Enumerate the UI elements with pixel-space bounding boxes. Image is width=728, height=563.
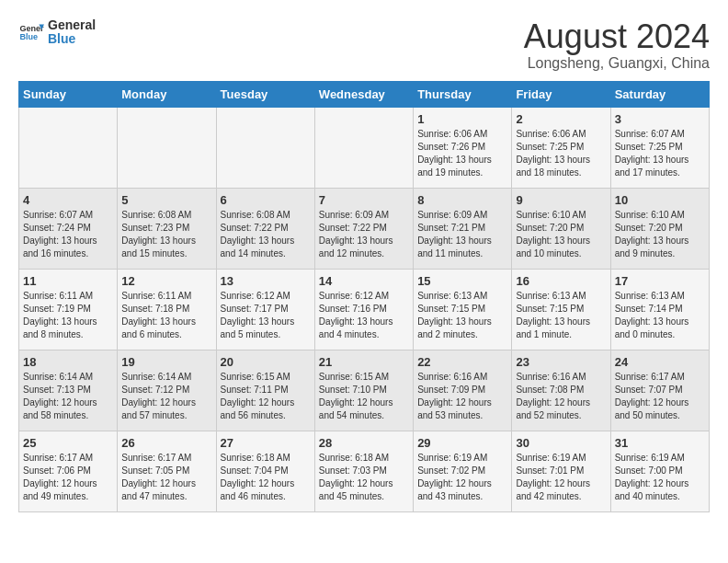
cell-details: Sunrise: 6:10 AM Sunset: 7:20 PM Dayligh…	[516, 209, 606, 260]
day-number: 5	[121, 193, 211, 207]
day-number: 25	[23, 436, 113, 450]
cell-details: Sunrise: 6:07 AM Sunset: 7:25 PM Dayligh…	[615, 128, 705, 179]
cell-details: Sunrise: 6:06 AM Sunset: 7:25 PM Dayligh…	[516, 128, 606, 179]
calendar-cell: 23Sunrise: 6:16 AM Sunset: 7:08 PM Dayli…	[512, 350, 610, 431]
logo-text-blue: Blue	[48, 32, 96, 46]
cell-details: Sunrise: 6:17 AM Sunset: 7:07 PM Dayligh…	[615, 371, 705, 422]
day-number: 3	[615, 112, 705, 126]
calendar-week-row: 4Sunrise: 6:07 AM Sunset: 7:24 PM Daylig…	[19, 188, 710, 269]
cell-details: Sunrise: 6:13 AM Sunset: 7:15 PM Dayligh…	[516, 290, 606, 341]
calendar-cell: 29Sunrise: 6:19 AM Sunset: 7:02 PM Dayli…	[414, 431, 512, 511]
logo-icon: General Blue	[18, 19, 44, 45]
day-number: 7	[319, 193, 409, 207]
day-number: 11	[23, 274, 113, 288]
page-header: General Blue General Blue August 2024 Lo…	[18, 18, 710, 72]
calendar-cell: 1Sunrise: 6:06 AM Sunset: 7:26 PM Daylig…	[414, 107, 512, 188]
day-number: 20	[221, 355, 311, 369]
calendar-cell: 26Sunrise: 6:17 AM Sunset: 7:05 PM Dayli…	[118, 431, 216, 511]
cell-details: Sunrise: 6:15 AM Sunset: 7:11 PM Dayligh…	[221, 371, 311, 422]
cell-details: Sunrise: 6:08 AM Sunset: 7:22 PM Dayligh…	[221, 209, 311, 260]
cell-details: Sunrise: 6:17 AM Sunset: 7:06 PM Dayligh…	[23, 452, 113, 503]
calendar-cell: 24Sunrise: 6:17 AM Sunset: 7:07 PM Dayli…	[610, 350, 709, 431]
calendar-cell: 7Sunrise: 6:09 AM Sunset: 7:22 PM Daylig…	[314, 188, 413, 269]
location-label: Longsheng, Guangxi, China	[524, 55, 710, 72]
day-number: 9	[516, 193, 606, 207]
cell-details: Sunrise: 6:08 AM Sunset: 7:23 PM Dayligh…	[121, 209, 211, 260]
calendar-cell: 4Sunrise: 6:07 AM Sunset: 7:24 PM Daylig…	[19, 188, 118, 269]
calendar-week-row: 1Sunrise: 6:06 AM Sunset: 7:26 PM Daylig…	[19, 107, 710, 188]
cell-details: Sunrise: 6:17 AM Sunset: 7:05 PM Dayligh…	[121, 452, 211, 503]
calendar-cell: 20Sunrise: 6:15 AM Sunset: 7:11 PM Dayli…	[216, 350, 314, 431]
calendar-cell: 31Sunrise: 6:19 AM Sunset: 7:00 PM Dayli…	[610, 431, 709, 511]
cell-details: Sunrise: 6:10 AM Sunset: 7:20 PM Dayligh…	[615, 209, 705, 260]
cell-details: Sunrise: 6:19 AM Sunset: 7:00 PM Dayligh…	[615, 452, 705, 503]
weekday-header-wednesday: Wednesday	[314, 81, 413, 107]
cell-details: Sunrise: 6:12 AM Sunset: 7:16 PM Dayligh…	[319, 290, 409, 341]
title-block: August 2024 Longsheng, Guangxi, China	[524, 18, 710, 72]
calendar-table: SundayMondayTuesdayWednesdayThursdayFrid…	[18, 81, 710, 512]
weekday-header-row: SundayMondayTuesdayWednesdayThursdayFrid…	[19, 81, 710, 107]
day-number: 10	[615, 193, 705, 207]
weekday-header-saturday: Saturday	[610, 81, 709, 107]
calendar-cell	[118, 107, 216, 188]
calendar-cell: 18Sunrise: 6:14 AM Sunset: 7:13 PM Dayli…	[19, 350, 118, 431]
logo-text-general: General	[48, 18, 96, 32]
cell-details: Sunrise: 6:14 AM Sunset: 7:12 PM Dayligh…	[121, 371, 211, 422]
calendar-cell: 22Sunrise: 6:16 AM Sunset: 7:09 PM Dayli…	[414, 350, 512, 431]
day-number: 29	[417, 436, 507, 450]
cell-details: Sunrise: 6:11 AM Sunset: 7:18 PM Dayligh…	[121, 290, 211, 341]
calendar-cell: 15Sunrise: 6:13 AM Sunset: 7:15 PM Dayli…	[414, 269, 512, 350]
calendar-cell: 17Sunrise: 6:13 AM Sunset: 7:14 PM Dayli…	[610, 269, 709, 350]
day-number: 28	[319, 436, 409, 450]
cell-details: Sunrise: 6:12 AM Sunset: 7:17 PM Dayligh…	[221, 290, 311, 341]
weekday-header-thursday: Thursday	[414, 81, 512, 107]
calendar-week-row: 18Sunrise: 6:14 AM Sunset: 7:13 PM Dayli…	[19, 350, 710, 431]
day-number: 13	[221, 274, 311, 288]
calendar-cell: 14Sunrise: 6:12 AM Sunset: 7:16 PM Dayli…	[314, 269, 413, 350]
day-number: 26	[121, 436, 211, 450]
day-number: 12	[121, 274, 211, 288]
day-number: 4	[23, 193, 113, 207]
day-number: 2	[516, 112, 606, 126]
cell-details: Sunrise: 6:07 AM Sunset: 7:24 PM Dayligh…	[23, 209, 113, 260]
calendar-cell: 13Sunrise: 6:12 AM Sunset: 7:17 PM Dayli…	[216, 269, 314, 350]
cell-details: Sunrise: 6:16 AM Sunset: 7:09 PM Dayligh…	[417, 371, 507, 422]
day-number: 14	[319, 274, 409, 288]
day-number: 6	[221, 193, 311, 207]
calendar-cell: 8Sunrise: 6:09 AM Sunset: 7:21 PM Daylig…	[414, 188, 512, 269]
calendar-cell: 12Sunrise: 6:11 AM Sunset: 7:18 PM Dayli…	[118, 269, 216, 350]
cell-details: Sunrise: 6:13 AM Sunset: 7:14 PM Dayligh…	[615, 290, 705, 341]
logo: General Blue General Blue	[18, 18, 96, 47]
month-year-title: August 2024	[524, 18, 710, 55]
cell-details: Sunrise: 6:19 AM Sunset: 7:01 PM Dayligh…	[516, 452, 606, 503]
cell-details: Sunrise: 6:19 AM Sunset: 7:02 PM Dayligh…	[417, 452, 507, 503]
calendar-cell	[314, 107, 413, 188]
calendar-week-row: 11Sunrise: 6:11 AM Sunset: 7:19 PM Dayli…	[19, 269, 710, 350]
day-number: 22	[417, 355, 507, 369]
calendar-cell: 16Sunrise: 6:13 AM Sunset: 7:15 PM Dayli…	[512, 269, 610, 350]
calendar-cell: 28Sunrise: 6:18 AM Sunset: 7:03 PM Dayli…	[314, 431, 413, 511]
calendar-cell: 19Sunrise: 6:14 AM Sunset: 7:12 PM Dayli…	[118, 350, 216, 431]
day-number: 23	[516, 355, 606, 369]
calendar-week-row: 25Sunrise: 6:17 AM Sunset: 7:06 PM Dayli…	[19, 431, 710, 511]
cell-details: Sunrise: 6:18 AM Sunset: 7:04 PM Dayligh…	[221, 452, 311, 503]
cell-details: Sunrise: 6:16 AM Sunset: 7:08 PM Dayligh…	[516, 371, 606, 422]
day-number: 18	[23, 355, 113, 369]
day-number: 1	[417, 112, 507, 126]
weekday-header-monday: Monday	[118, 81, 216, 107]
day-number: 17	[615, 274, 705, 288]
day-number: 24	[615, 355, 705, 369]
calendar-cell: 30Sunrise: 6:19 AM Sunset: 7:01 PM Dayli…	[512, 431, 610, 511]
calendar-cell: 6Sunrise: 6:08 AM Sunset: 7:22 PM Daylig…	[216, 188, 314, 269]
calendar-cell: 25Sunrise: 6:17 AM Sunset: 7:06 PM Dayli…	[19, 431, 118, 511]
calendar-cell: 10Sunrise: 6:10 AM Sunset: 7:20 PM Dayli…	[610, 188, 709, 269]
cell-details: Sunrise: 6:14 AM Sunset: 7:13 PM Dayligh…	[23, 371, 113, 422]
weekday-header-sunday: Sunday	[19, 81, 118, 107]
calendar-cell: 2Sunrise: 6:06 AM Sunset: 7:25 PM Daylig…	[512, 107, 610, 188]
day-number: 27	[221, 436, 311, 450]
calendar-cell: 3Sunrise: 6:07 AM Sunset: 7:25 PM Daylig…	[610, 107, 709, 188]
calendar-cell	[19, 107, 118, 188]
day-number: 19	[121, 355, 211, 369]
day-number: 30	[516, 436, 606, 450]
day-number: 15	[417, 274, 507, 288]
